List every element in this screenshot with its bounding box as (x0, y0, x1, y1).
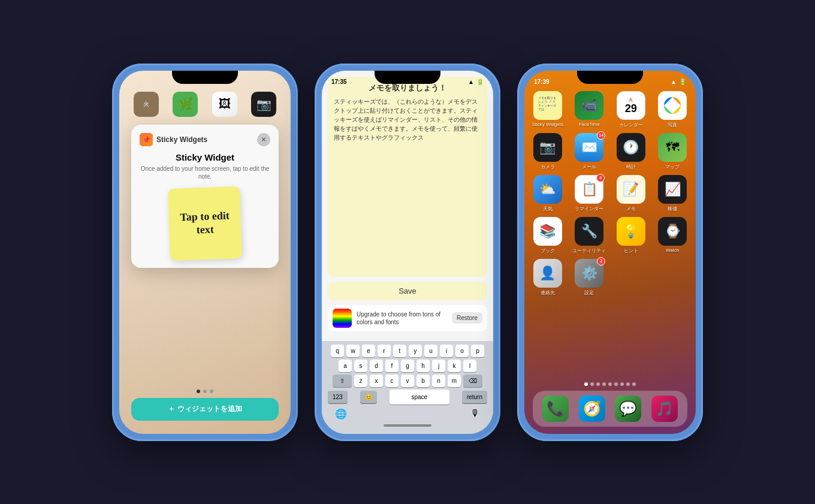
settings-label: 設定 (584, 289, 594, 296)
key-space[interactable]: space (390, 390, 449, 405)
page-dots-3 (524, 382, 696, 386)
key-shift[interactable]: ⇧ (333, 375, 352, 387)
settings-icon: ⚙️ 2 (575, 259, 603, 288)
app-stocks[interactable]: 📈 株価 (654, 175, 692, 212)
key-q[interactable]: q (331, 345, 344, 357)
key-d[interactable]: d (370, 360, 383, 372)
dock-music[interactable]: 🎵 (651, 396, 678, 422)
key-s[interactable]: s (354, 360, 367, 372)
key-k[interactable]: k (448, 360, 461, 372)
restore-button[interactable]: Restore (452, 312, 482, 324)
key-backspace[interactable]: ⌫ (463, 375, 482, 387)
upgrade-bar: Upgrade to choose from tons of colors an… (328, 305, 487, 331)
home-icon-1: 火 (134, 92, 159, 117)
svg-point-1 (669, 102, 675, 108)
key-o[interactable]: o (455, 345, 469, 357)
app-facetime[interactable]: 📹 FaceTime (571, 91, 608, 128)
app-watch[interactable]: ⌚ Watch (654, 217, 692, 254)
key-123[interactable]: 123 (328, 391, 348, 403)
calendar-icon: 火 29 (617, 91, 645, 120)
dock-phone[interactable]: 📞 (542, 396, 569, 422)
tips-icon: 💡 (617, 217, 645, 246)
app-maps[interactable]: 🗺 マップ (654, 133, 692, 170)
reminders-icon: 📋 4 (575, 175, 603, 204)
key-z[interactable]: z (354, 375, 367, 387)
mail-badge: 14 (597, 131, 605, 140)
close-button[interactable]: × (257, 133, 270, 146)
reminders-badge: 4 (596, 174, 605, 182)
app-notes[interactable]: 📝 メモ (612, 175, 650, 212)
app-tips[interactable]: 💡 ヒント (612, 217, 650, 254)
reminders-label: リマインダー (575, 206, 603, 212)
mail-icon: ✉️ 14 (575, 133, 603, 162)
key-u[interactable]: u (424, 345, 437, 357)
note-body[interactable]: スティッキーズでは、（これらのような）メモをデスクトップ上に貼り付けておくことが… (334, 97, 481, 142)
page-dot-6 (614, 382, 618, 386)
app-grid: メモを取りましょう 📝 スティッキーズでは、 Sticky Widgets 📹 … (529, 91, 691, 296)
key-n[interactable]: n (432, 375, 445, 387)
app-utility[interactable]: 🔧 ユーティリティ (571, 217, 608, 254)
key-x[interactable]: x (370, 375, 383, 387)
mic-icon[interactable]: 🎙 (470, 408, 480, 420)
facetime-label: FaceTime (579, 122, 600, 127)
key-i[interactable]: i (440, 345, 453, 357)
camera-label: カメラ (541, 164, 555, 170)
key-y[interactable]: y (409, 345, 422, 357)
key-emoji[interactable]: 😊 (360, 391, 377, 403)
key-return[interactable]: return (462, 391, 487, 403)
books-label: ブック (541, 248, 555, 254)
key-m[interactable]: m (448, 375, 461, 387)
app-camera[interactable]: 📷 カメラ (529, 133, 566, 170)
home-icon-2: 🌿 (173, 92, 198, 117)
app-contacts[interactable]: 👤 連絡先 (529, 259, 566, 296)
key-r[interactable]: r (378, 345, 391, 357)
key-a[interactable]: a (339, 360, 352, 372)
app-settings[interactable]: ⚙️ 2 設定 (571, 259, 608, 296)
app-clock[interactable]: 🕐 時計 (612, 133, 650, 170)
dot-1 (197, 390, 200, 393)
key-w[interactable]: w (346, 345, 360, 357)
weather-icon: ⛅ (533, 175, 562, 204)
popup-subtitle: Once added to your home screen, tap to e… (140, 165, 270, 180)
app-sticky-widgets[interactable]: メモを取りましょう 📝 スティッキーズでは、 Sticky Widgets (529, 91, 566, 128)
app-mail[interactable]: ✉️ 14 メール (571, 133, 608, 170)
app-calendar[interactable]: 火 29 カレンダー (612, 91, 650, 128)
key-l[interactable]: l (463, 360, 476, 372)
phone1-screen: 火 🌿 🖼 📷 📌 Sticky Widgets × Sticky Widget (119, 71, 291, 434)
globe-icon[interactable]: 🌐 (335, 408, 347, 420)
notes-icon: 📝 (617, 175, 645, 204)
sticky-note-widget[interactable]: Tap to edit text (168, 186, 242, 260)
app-photos[interactable]: 写真 (654, 91, 692, 128)
key-e[interactable]: e (362, 345, 375, 357)
key-f[interactable]: f (385, 360, 399, 372)
keyboard[interactable]: q w e r t y u i o p a s (322, 341, 493, 434)
app-books[interactable]: 📚 ブック (529, 217, 566, 254)
kb-row-2: a s d f g h j k l (324, 360, 491, 372)
status-icons-3: ▲ 🔋 (671, 79, 686, 85)
key-b[interactable]: b (416, 375, 430, 387)
dock-messages[interactable]: 💬 (615, 396, 641, 422)
key-j[interactable]: j (432, 360, 445, 372)
key-g[interactable]: g (401, 360, 414, 372)
phone-1: 火 🌿 🖼 📷 📌 Sticky Widgets × Sticky Widget (112, 64, 298, 441)
phone-2: 17:35 ▲ 🔋 メモを取りましょう！ スティッキーズでは、（これらのような）… (315, 64, 500, 441)
key-h[interactable]: h (416, 360, 430, 372)
key-t[interactable]: t (393, 345, 406, 357)
key-p[interactable]: p (471, 345, 484, 357)
note-edit-area[interactable]: メモを取りましょう！ スティッキーズでは、（これらのような）メモをデスクトップ上… (328, 77, 487, 277)
wifi-icon-3: ▲ (671, 79, 677, 85)
add-widget-button[interactable]: ＋ ウィジェットを追加 (131, 398, 279, 421)
phone-3: 17:39 ▲ 🔋 メモを取りましょう 📝 スティッキーズでは、 (517, 64, 703, 441)
app-reminders[interactable]: 📋 4 リマインダー (571, 175, 608, 212)
app-weather[interactable]: ⛅ 天気 (529, 175, 566, 212)
popup-title: Sticky Widget (140, 152, 270, 162)
dock: 📞 🧭 💬 🎵 (533, 391, 687, 427)
key-v[interactable]: v (401, 375, 414, 387)
dock-safari[interactable]: 🧭 (579, 396, 605, 422)
key-c[interactable]: c (385, 375, 399, 387)
kb-accessories: 🌐 🎙 (324, 405, 491, 422)
popup-app-info: 📌 Sticky Widgets (140, 133, 207, 146)
save-button[interactable]: Save (328, 282, 487, 300)
status-icons-2: ▲ 🔋 (468, 79, 484, 85)
phone3-screen: 17:39 ▲ 🔋 メモを取りましょう 📝 スティッキーズでは、 (524, 71, 696, 434)
